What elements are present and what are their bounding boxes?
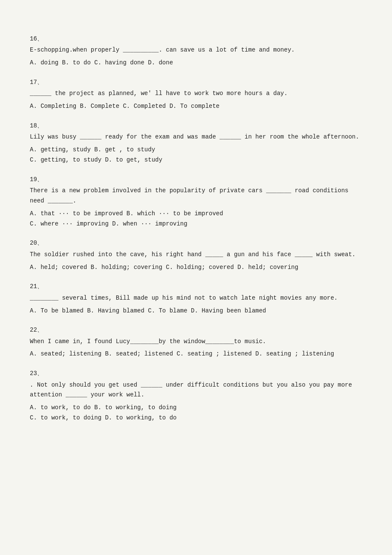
question-number-4: 19、 xyxy=(30,175,362,184)
question-options-7: A. seated; listening B. seated; listened… xyxy=(30,349,362,359)
question-block-5: 20、The soldier rushed into the cave, his… xyxy=(30,238,362,272)
question-options-8: A. to work, to do B. to working, to doin… xyxy=(30,403,362,423)
option-row: A. To be blamed B. Having blamed C. To b… xyxy=(30,306,362,316)
question-options-4: A. that ··· to be improved B. which ··· … xyxy=(30,209,362,229)
question-text-2: ______ the project as planned, we' ll ha… xyxy=(30,89,362,99)
question-options-2: A. Completing B. Complete C. Completed D… xyxy=(30,101,362,112)
option-row: A. to work, to do B. to working, to doin… xyxy=(30,403,362,413)
question-options-1: A. doing B. to do C. having done D. done xyxy=(30,58,362,68)
question-block-2: 17、______ the project as planned, we' ll… xyxy=(30,78,362,112)
question-block-7: 22、When I came in, I found Lucy________b… xyxy=(30,325,362,359)
question-text-3: Lily was busy ______ ready for the exam … xyxy=(30,132,362,142)
question-text-5: The soldier rushed into the cave, his ri… xyxy=(30,250,362,260)
question-number-3: 18、 xyxy=(30,121,362,130)
question-text-1: E-schopping.when properly __________. ca… xyxy=(30,45,362,55)
question-options-6: A. To be blamed B. Having blamed C. To b… xyxy=(30,306,362,316)
question-block-8: 23、. Not only should you get used ______… xyxy=(30,369,362,423)
question-options-5: A. held; covered B. holding; covering C.… xyxy=(30,263,362,273)
question-text-6: ________ several times, Bill made up his… xyxy=(30,293,362,304)
option-row: A. that ··· to be improved B. which ··· … xyxy=(30,209,362,219)
question-block-6: 21、________ several times, Bill made up … xyxy=(30,282,362,316)
questions-container: 16、E-schopping.when properly __________.… xyxy=(30,34,362,423)
question-text-4: There is a new problem involved in the p… xyxy=(30,186,362,206)
question-number-8: 23、 xyxy=(30,369,362,378)
option-row: A. held; covered B. holding; covering C.… xyxy=(30,263,362,273)
option-row: A. seated; listening B. seated; listened… xyxy=(30,349,362,359)
option-row: C. where ··· improving D. when ··· impro… xyxy=(30,219,362,229)
question-number-7: 22、 xyxy=(30,325,362,335)
option-row: A. getting, study B. get , to study xyxy=(30,145,362,155)
question-block-1: 16、E-schopping.when properly __________.… xyxy=(30,34,362,68)
question-text-8: . Not only should you get used ______ un… xyxy=(30,380,362,401)
question-number-1: 16、 xyxy=(30,34,362,43)
question-number-5: 20、 xyxy=(30,238,362,248)
question-options-3: A. getting, study B. get , to studyC. ge… xyxy=(30,145,362,165)
question-number-2: 17、 xyxy=(30,78,362,87)
question-number-6: 21、 xyxy=(30,282,362,291)
question-text-7: When I came in, I found Lucy________by t… xyxy=(30,337,362,347)
question-block-4: 19、There is a new problem involved in th… xyxy=(30,175,362,229)
option-row: A. doing B. to do C. having done D. done xyxy=(30,58,362,68)
option-row: C. to work, to doing D. to working, to d… xyxy=(30,413,362,423)
question-block-3: 18、Lily was busy ______ ready for the ex… xyxy=(30,121,362,165)
option-row: A. Completing B. Complete C. Completed D… xyxy=(30,101,362,112)
option-row: C. getting, to study D. to get, study xyxy=(30,155,362,165)
